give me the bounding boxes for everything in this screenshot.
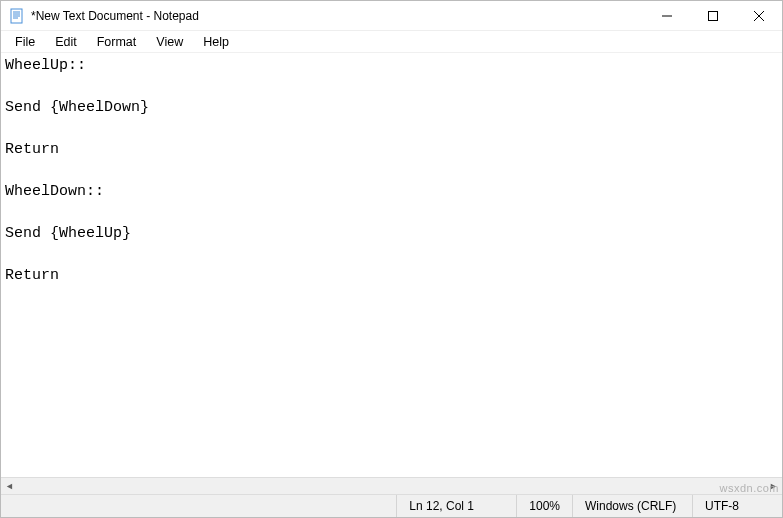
menu-view[interactable]: View: [146, 33, 193, 51]
text-editor[interactable]: WheelUp:: Send {WheelDown} Return WheelD…: [1, 53, 782, 477]
horizontal-scrollbar[interactable]: ◄ ►: [1, 477, 782, 494]
scroll-left-icon[interactable]: ◄: [1, 478, 18, 495]
scroll-right-icon[interactable]: ►: [765, 478, 782, 495]
close-button[interactable]: [736, 1, 782, 30]
window-title: *New Text Document - Notepad: [31, 9, 644, 23]
notepad-icon: [9, 8, 25, 24]
menu-format[interactable]: Format: [87, 33, 147, 51]
window-controls: [644, 1, 782, 30]
status-zoom: 100%: [516, 495, 572, 517]
status-encoding: UTF-8: [692, 495, 782, 517]
maximize-button[interactable]: [690, 1, 736, 30]
status-spacer: [1, 495, 396, 517]
statusbar: Ln 12, Col 1 100% Windows (CRLF) UTF-8: [1, 494, 782, 517]
scroll-track[interactable]: [18, 478, 765, 494]
titlebar: *New Text Document - Notepad: [1, 1, 782, 31]
minimize-button[interactable]: [644, 1, 690, 30]
svg-rect-6: [709, 11, 718, 20]
status-line-ending: Windows (CRLF): [572, 495, 692, 517]
menu-edit[interactable]: Edit: [45, 33, 87, 51]
menu-file[interactable]: File: [5, 33, 45, 51]
menubar: File Edit Format View Help: [1, 31, 782, 53]
menu-help[interactable]: Help: [193, 33, 239, 51]
status-position: Ln 12, Col 1: [396, 495, 516, 517]
